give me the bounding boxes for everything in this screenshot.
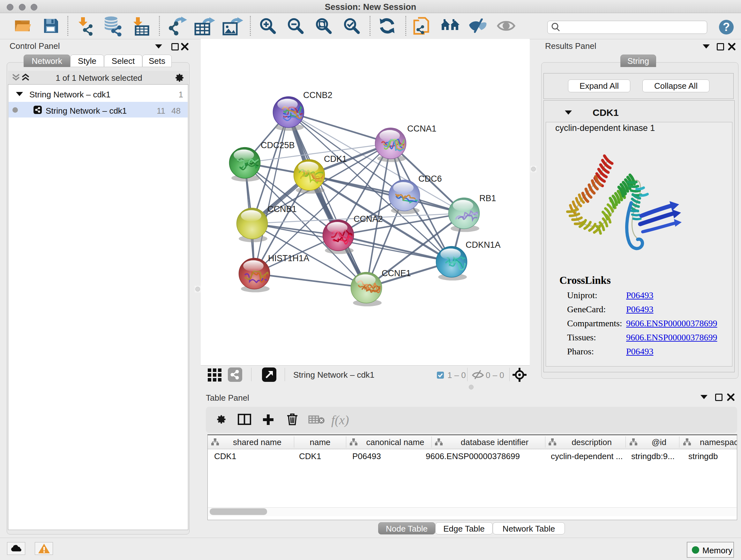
svg-text:CCNB1: CCNB1 — [267, 204, 297, 214]
svg-text:CCNB2: CCNB2 — [303, 90, 333, 100]
svg-text:CCNA2: CCNA2 — [354, 214, 383, 224]
svg-text:CCNA1: CCNA1 — [407, 124, 436, 133]
svg-text:CDC25B: CDC25B — [261, 140, 295, 150]
svg-text:CDKN1A: CDKN1A — [466, 240, 501, 250]
svg-text:CCNE1: CCNE1 — [382, 268, 411, 278]
svg-text:RB1: RB1 — [479, 193, 496, 203]
svg-text:CDK1: CDK1 — [324, 154, 347, 164]
svg-text:CDC6: CDC6 — [418, 174, 442, 184]
svg-text:HIST1H1A: HIST1H1A — [268, 253, 309, 263]
